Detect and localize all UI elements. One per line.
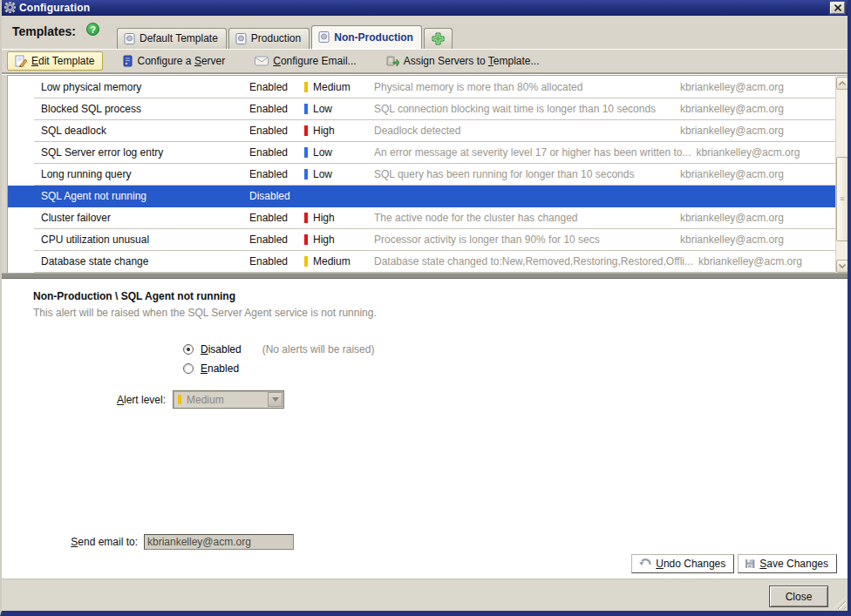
table-row[interactable]: Cluster failover Enabled High The active… <box>8 207 835 229</box>
detail-description: This alert will be raised when the SQL S… <box>2 302 848 319</box>
email-cell: kbriankelley@acm.org <box>680 125 835 137</box>
description-cell: An error message at severity level 17 or… <box>374 146 697 159</box>
table-row[interactable]: SQL Agent not running Disabled <box>8 186 835 207</box>
level-label: High <box>313 234 335 246</box>
edit-template-button[interactable]: Edit Template <box>7 51 103 71</box>
level-color-bar <box>304 169 308 179</box>
template-tab-strip: Default Template Production Non-Producti… <box>117 16 454 49</box>
alert-level-dropdown[interactable]: Medium <box>173 390 284 409</box>
level-color-bar <box>304 256 308 267</box>
status-cell: Enabled <box>249 146 304 159</box>
level-cell: Low <box>304 146 374 159</box>
table-row[interactable]: SQL deadlock Enabled High Deadlock detec… <box>8 120 835 142</box>
envelope-icon <box>255 56 269 66</box>
dropdown-button[interactable] <box>268 392 283 407</box>
detail-title: Non-Production \ SQL Agent not running <box>2 279 848 302</box>
disabled-radio[interactable] <box>183 344 194 355</box>
level-color-bar <box>304 125 308 136</box>
level-cell: Low <box>304 103 374 115</box>
description-cell: Physical memory is more than 80% allocat… <box>374 81 680 93</box>
resize-grip[interactable] <box>834 597 846 609</box>
table-row[interactable]: CPU utilization unusual Enabled High Pro… <box>8 229 835 251</box>
alert-name-cell: SQL Server error log entry <box>34 146 249 159</box>
enabled-radio[interactable] <box>183 363 194 374</box>
radio-row-enabled[interactable]: Enabled <box>183 359 848 378</box>
assign-server-icon <box>386 55 399 67</box>
edit-page-icon <box>15 55 27 67</box>
description-cell: Deadlock detected <box>374 125 680 137</box>
title-bar[interactable]: Configuration <box>2 0 848 16</box>
level-cell: Low <box>304 168 374 180</box>
tab-non-production[interactable]: Non-Production <box>311 25 422 49</box>
description-cell: SQL connection blocking wait time is lon… <box>374 103 680 115</box>
close-x-icon <box>834 4 841 11</box>
template-toolbar: Edit Template Configure a Server Configu… <box>2 49 848 73</box>
save-changes-button[interactable]: Save Changes <box>738 554 837 573</box>
send-email-label: Send email to: <box>2 536 138 548</box>
description-cell: Processor activity is longer than 90% fo… <box>374 234 680 246</box>
status-cell: Enabled <box>249 125 304 137</box>
close-button[interactable]: Close <box>769 586 828 607</box>
configure-server-button[interactable]: Configure a Server <box>115 52 233 70</box>
vertical-scrollbar[interactable]: ≡ <box>835 77 848 273</box>
alert-table: Low physical memory Enabled Medium Physi… <box>7 75 848 273</box>
email-cell: kbriankelley@acm.org <box>680 234 835 246</box>
level-color-bar <box>304 82 308 92</box>
status-cell: Enabled <box>249 103 304 115</box>
floppy-disk-icon <box>745 558 755 569</box>
configuration-dialog: Configuration Templates: ? Default Templ… <box>0 0 851 616</box>
scroll-up-button[interactable] <box>836 77 848 90</box>
level-label: Low <box>313 146 332 159</box>
status-cell: Disabled <box>249 190 304 202</box>
alert-level-value: Medium <box>187 394 268 406</box>
alert-name-cell: SQL Agent not running <box>34 190 249 202</box>
radio-row-disabled[interactable]: Disabled (No alerts will be raised) <box>183 340 848 359</box>
add-plus-icon <box>432 32 445 45</box>
level-cell: High <box>304 125 374 137</box>
tab-default-template[interactable]: Default Template <box>117 28 227 49</box>
send-email-row: Send email to: <box>2 533 294 551</box>
table-row[interactable]: Database state change Enabled Medium Dat… <box>8 251 835 273</box>
tab-production[interactable]: Production <box>228 28 310 49</box>
level-cell: High <box>304 212 374 224</box>
templates-label: Templates: <box>12 24 76 38</box>
level-color-bar <box>178 395 181 404</box>
undo-changes-button[interactable]: Undo Changes <box>631 554 734 573</box>
table-row[interactable]: Blocked SQL process Enabled Low SQL conn… <box>8 98 835 120</box>
disabled-radio-label: Disabled <box>201 343 242 355</box>
table-row[interactable]: Long running query Enabled Low SQL query… <box>8 164 835 186</box>
level-label: High <box>313 125 335 137</box>
window-close-button[interactable] <box>830 2 845 14</box>
scroll-down-button[interactable] <box>836 260 848 273</box>
alert-level-row: Alert level: Medium <box>2 390 848 409</box>
configure-email-button[interactable]: Configure Email... <box>248 52 363 70</box>
template-page-icon <box>124 33 135 44</box>
assign-servers-button[interactable]: Assign Servers to Template... <box>379 52 547 70</box>
level-label: High <box>313 212 335 224</box>
scroll-down-arrow <box>839 264 846 268</box>
table-row[interactable]: SQL Server error log entry Enabled Low A… <box>8 142 835 164</box>
level-color-bar <box>304 104 308 114</box>
help-icon[interactable]: ? <box>86 23 99 36</box>
send-email-input[interactable] <box>144 534 294 550</box>
status-cell: Enabled <box>249 81 304 93</box>
status-cell: Enabled <box>249 212 304 224</box>
template-page-icon <box>318 31 330 43</box>
tab-add-template[interactable] <box>424 28 453 49</box>
thumb-grip-icon: ≡ <box>840 195 844 203</box>
disabled-note: (No alerts will be raised) <box>262 343 375 355</box>
enabled-radio-label: Enabled <box>201 362 239 375</box>
table-row[interactable]: Low physical memory Enabled Medium Physi… <box>8 77 835 98</box>
level-color-bar <box>304 234 308 245</box>
status-cell: Enabled <box>249 234 304 246</box>
level-color-bar <box>304 147 308 158</box>
chevron-down-icon <box>272 397 279 402</box>
scrollbar-thumb[interactable]: ≡ <box>836 157 848 241</box>
alert-name-cell: Blocked SQL process <box>34 103 249 115</box>
email-cell: kbriankelley@acm.org <box>698 255 851 267</box>
alert-name-cell: Low physical memory <box>34 81 249 93</box>
pane-splitter[interactable] <box>2 273 848 279</box>
alert-level-label: Alert level: <box>2 394 173 406</box>
email-cell: kbriankelley@acm.org <box>680 103 835 115</box>
server-icon <box>122 55 133 67</box>
